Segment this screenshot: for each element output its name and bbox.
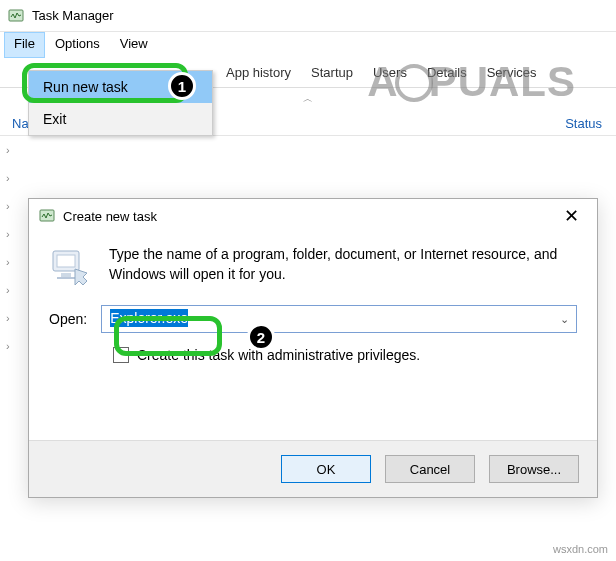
chevron-right-icon: › <box>6 284 20 296</box>
column-status[interactable]: Status <box>565 116 602 131</box>
create-new-task-dialog: Create new task ✕ Type the name of a pro… <box>28 198 598 498</box>
chevron-right-icon: › <box>6 256 20 268</box>
chevron-right-icon: › <box>6 144 20 156</box>
menu-view[interactable]: View <box>110 32 158 58</box>
menu-bar: File Options View <box>0 32 616 58</box>
menu-file[interactable]: File <box>4 32 45 58</box>
window-title: Task Manager <box>32 8 114 23</box>
chevron-right-icon: › <box>6 228 20 240</box>
file-menu-dropdown: Run new task Exit <box>28 70 213 136</box>
menuitem-exit[interactable]: Exit <box>29 103 212 135</box>
svg-rect-3 <box>57 255 75 267</box>
svg-rect-4 <box>61 273 71 277</box>
chevron-right-icon: › <box>6 172 20 184</box>
open-combobox[interactable]: Explorer.exe ⌄ <box>101 305 577 333</box>
admin-checkbox-label: Create this task with administrative pri… <box>137 347 420 363</box>
table-row[interactable]: › <box>0 136 616 164</box>
chevron-right-icon: › <box>6 200 20 212</box>
dialog-message: Type the name of a program, folder, docu… <box>109 245 577 284</box>
dialog-title: Create new task <box>63 209 556 224</box>
tab-startup[interactable]: Startup <box>301 60 363 85</box>
cancel-button[interactable]: Cancel <box>385 455 475 483</box>
chevron-right-icon: › <box>6 340 20 352</box>
run-dialog-icon <box>49 245 91 287</box>
svg-rect-5 <box>57 277 75 279</box>
tab-app-history[interactable]: App history <box>216 60 301 85</box>
task-manager-icon <box>39 208 55 224</box>
dialog-button-row: OK Cancel Browse... <box>29 440 597 497</box>
table-row[interactable]: › <box>0 164 616 192</box>
tab-users[interactable]: Users <box>363 60 417 85</box>
dialog-title-bar: Create new task ✕ <box>29 199 597 233</box>
chevron-right-icon: › <box>6 312 20 324</box>
browse-button[interactable]: Browse... <box>489 455 579 483</box>
admin-checkbox[interactable] <box>113 347 129 363</box>
chevron-down-icon[interactable]: ⌄ <box>560 313 569 326</box>
open-input-selection: Explorer.exe <box>110 309 188 327</box>
menu-options[interactable]: Options <box>45 32 110 58</box>
tab-services[interactable]: Services <box>477 60 547 85</box>
title-bar: Task Manager <box>0 0 616 32</box>
menuitem-run-new-task[interactable]: Run new task <box>29 71 212 103</box>
task-manager-icon <box>8 8 24 24</box>
tab-details[interactable]: Details <box>417 60 477 85</box>
open-label: Open: <box>49 311 87 327</box>
close-button[interactable]: ✕ <box>556 205 587 227</box>
ok-button[interactable]: OK <box>281 455 371 483</box>
credit-text: wsxdn.com <box>553 543 608 555</box>
